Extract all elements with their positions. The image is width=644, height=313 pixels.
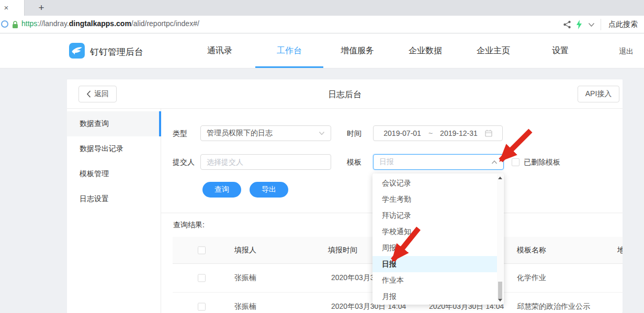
browser-url-bar: https://landray.dingtalkapps.com/alid/re… (0, 16, 644, 33)
nav-tab-value-added-services[interactable]: 增值服务 (341, 45, 374, 56)
search-here-link[interactable]: 点此搜索 (608, 20, 638, 29)
template-label: 模板 (347, 158, 361, 167)
dropdown-scrollbar[interactable] (497, 174, 503, 304)
sidebar-item-label: 数据导出记录 (80, 144, 123, 154)
api-access-button[interactable]: API接入 (578, 86, 619, 102)
query-button[interactable]: 查询 (202, 182, 241, 198)
chevron-down-icon[interactable] (588, 22, 595, 27)
date-end[interactable]: 2019-12-31 (440, 129, 478, 137)
sidebar-item-data-query[interactable]: 数据查询 (67, 111, 161, 136)
logout-link[interactable]: 退出 (619, 47, 634, 56)
browser-tab[interactable]: × (0, 0, 25, 16)
nav-tab-enterprise-homepage[interactable]: 企业主页 (477, 45, 510, 56)
cell-template-name: 化学作业 (517, 273, 546, 283)
lock-icon (12, 21, 18, 29)
calendar-icon (485, 130, 492, 137)
deleted-template-label: 已删除模板 (524, 158, 560, 167)
active-tab-underline (255, 66, 323, 68)
tab-close-icon[interactable]: × (2, 3, 10, 13)
sidebar-item-label: 数据查询 (80, 119, 109, 129)
scroll-down-icon[interactable] (498, 299, 502, 302)
cell-template-name: 邱慧荣的政治作业公示 (517, 302, 590, 311)
screen: × + https://landray.dingtalkapps.com/ali… (0, 0, 644, 313)
sidebar: 数据查询 数据导出记录 模板管理 日志设置 (67, 109, 161, 313)
url-text[interactable]: https://landray.dingtalkapps.com/alid/re… (21, 19, 199, 28)
column-reporter: 填报人 (234, 246, 256, 255)
row-checkbox[interactable] (198, 303, 206, 311)
dropdown-option-monthly-report[interactable]: 月报 (372, 288, 497, 305)
date-start[interactable]: 2019-07-01 (383, 129, 421, 137)
template-select[interactable]: 日报 (373, 154, 504, 170)
log-backend-card: 返回 日志后台 API接入 数据查询 数据导出记录 模板管理 日志设置 类型 管… (67, 79, 623, 313)
submitter-input[interactable] (200, 154, 331, 170)
url-path: /alid/reportpc/index#/ (131, 19, 199, 28)
nav-tab-enterprise-data[interactable]: 企业数据 (409, 45, 442, 56)
select-all-checkbox[interactable] (198, 246, 206, 254)
toolbar-separator (601, 19, 601, 30)
card-header: 返回 日志后台 API接入 (67, 79, 623, 109)
dropdown-option-weekly-report[interactable]: 周报 (372, 240, 497, 256)
template-dropdown: 会议记录 学生考勤 拜访记录 学校通知 周报 日报 作业本 月报 (372, 173, 504, 305)
type-select[interactable]: 管理员权限下的日志 (200, 125, 331, 141)
page-title: 日志后台 (67, 89, 623, 100)
browser-tab-strip: × + (0, 0, 644, 16)
sidebar-item-template-management[interactable]: 模板管理 (67, 161, 161, 187)
scroll-up-icon[interactable] (498, 177, 502, 179)
cell-reporter: 张振楠 (234, 273, 256, 283)
url-subdomain: landray. (43, 19, 69, 28)
dropdown-option-student-attendance[interactable]: 学生考勤 (372, 191, 497, 207)
type-select-value: 管理员权限下的日志 (207, 129, 319, 138)
submitter-label: 提交人 (173, 158, 195, 167)
column-template-name: 模板名称 (517, 246, 546, 255)
sidebar-item-log-settings[interactable]: 日志设置 (67, 187, 161, 212)
share-icon[interactable] (563, 20, 571, 29)
nav-tab-contacts[interactable]: 通讯录 (207, 45, 232, 56)
nav-tab-workbench[interactable]: 工作台 (277, 45, 302, 56)
sidebar-item-export-records[interactable]: 数据导出记录 (67, 136, 161, 161)
url-domain: dingtalkapps.com (69, 19, 131, 28)
site-profile-icon[interactable] (1, 20, 8, 28)
cell-reporter: 张振楠 (234, 302, 256, 311)
dingtalk-logo (69, 43, 85, 59)
url-separator: :// (37, 19, 43, 28)
results-label: 查询结果: (173, 221, 205, 230)
sidebar-item-label: 模板管理 (80, 169, 109, 179)
time-label: 时间 (347, 129, 361, 138)
column-location: 地点 (617, 246, 623, 255)
dropdown-option-school-notice[interactable]: 学校通知 (372, 224, 497, 240)
dropdown-option-homework-book[interactable]: 作业本 (372, 272, 497, 288)
dropdown-option-visit-record[interactable]: 拜访记录 (372, 207, 497, 224)
scrollbar-thumb[interactable] (498, 282, 502, 299)
active-indicator (159, 111, 161, 136)
template-select-value: 日报 (379, 157, 491, 167)
dropdown-option-daily-report[interactable]: 日报 (372, 256, 497, 272)
chevron-up-icon (491, 160, 498, 165)
cell-report-time: 2020年03月31 (331, 273, 378, 283)
column-report-time: 填报时间 (328, 246, 357, 255)
row-checkbox[interactable] (198, 274, 206, 282)
type-label: 类型 (173, 129, 187, 138)
date-range-picker[interactable]: 2019-07-01 ~ 2019-12-31 (373, 125, 503, 141)
deleted-template-checkbox[interactable] (512, 158, 519, 166)
sidebar-item-label: 日志设置 (80, 194, 109, 204)
export-button[interactable]: 导出 (250, 182, 288, 198)
admin-nav-bar: 钉钉管理后台 通讯录 工作台 增值服务 企业数据 企业主页 设置 退出 (0, 33, 644, 68)
admin-title: 钉钉管理后台 (90, 46, 143, 58)
url-scheme: https (21, 19, 37, 28)
flash-icon[interactable] (576, 20, 582, 29)
dropdown-option-meeting-minutes[interactable]: 会议记录 (372, 175, 497, 191)
chevron-down-icon (319, 131, 325, 136)
nav-tab-settings[interactable]: 设置 (552, 45, 569, 56)
date-separator: ~ (428, 129, 433, 137)
new-tab-button[interactable]: + (36, 2, 47, 14)
